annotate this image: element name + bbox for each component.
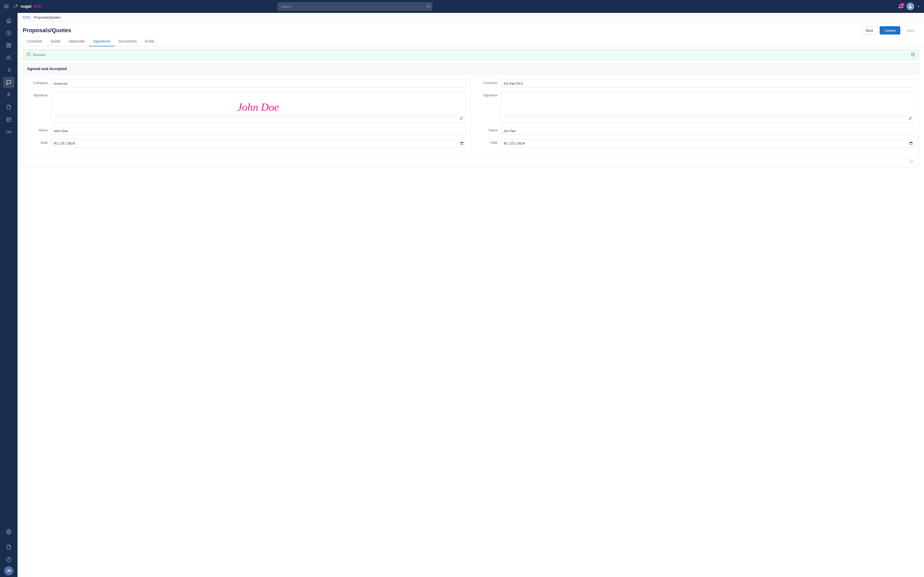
- search-input[interactable]: [278, 2, 432, 11]
- svg-point-15: [7, 56, 9, 58]
- user-avatar-sidebar[interactable]: JB: [4, 566, 13, 575]
- sidebar-item-chat[interactable]: [3, 77, 15, 88]
- section-settings-icon[interactable]: [908, 158, 914, 165]
- left-signature-field-row: Signature John Doe: [27, 92, 465, 122]
- collapse-panel-button[interactable]: ‹: [33, 34, 39, 40]
- save-button[interactable]: Save: [902, 26, 919, 34]
- svg-point-22: [8, 93, 10, 95]
- agreed-accepted-section: Agreed and Accepted Company Si: [23, 63, 919, 167]
- validate-button[interactable]: Validate: [880, 26, 900, 34]
- left-signature-label: Signature: [27, 92, 48, 97]
- left-date-label: Date: [27, 139, 48, 145]
- right-signature-edit-icon[interactable]: [908, 116, 912, 121]
- tab-quote[interactable]: Quote: [47, 37, 65, 47]
- tab-documents[interactable]: Documents: [115, 37, 141, 47]
- tab-signatures[interactable]: Signatures: [89, 37, 115, 47]
- svg-point-6: [427, 5, 429, 7]
- sidebar-item-home[interactable]: [3, 15, 15, 26]
- sidebar-item-contact[interactable]: [3, 89, 15, 100]
- tab-approvals[interactable]: Approvals: [65, 37, 89, 47]
- sidebar-item-add[interactable]: [3, 27, 15, 39]
- right-signature-box[interactable]: [501, 92, 914, 122]
- sidebar-item-grid[interactable]: [3, 40, 15, 51]
- page-title: Proposals/Quotes: [23, 27, 71, 34]
- company-input[interactable]: [51, 79, 465, 88]
- app-name-crm: crm: [34, 4, 41, 9]
- left-signature-underline: [53, 115, 457, 116]
- sidebar-item-people[interactable]: [3, 52, 15, 63]
- sidebar-item-doc-bottom[interactable]: [3, 542, 15, 553]
- menu-icon[interactable]: [4, 4, 9, 9]
- right-signature-value: [501, 92, 914, 122]
- left-date-field-row: Date: [27, 139, 465, 147]
- breadcrumb-current: Proposals/Quotes: [34, 15, 61, 19]
- left-name-input[interactable]: [51, 127, 465, 135]
- svg-point-4: [16, 4, 18, 6]
- sidebar-item-help[interactable]: [3, 554, 15, 565]
- right-date-field-row: Date: [477, 139, 914, 147]
- left-signature-value: John Doe: [51, 92, 465, 122]
- svg-rect-14: [9, 46, 11, 47]
- app-logo: sugarcrm: [12, 3, 41, 10]
- content-area: CPQ › Proposals/Quotes Proposals/Quotes …: [18, 13, 924, 577]
- right-name-label: Name: [477, 127, 498, 132]
- topbar-actions: 7 ▼: [898, 3, 920, 10]
- right-form: Customer Signature: [471, 79, 914, 152]
- svg-rect-13: [7, 46, 8, 47]
- sidebar-item-doc1[interactable]: [3, 102, 15, 113]
- sidebar-item-doc2[interactable]: [3, 114, 15, 125]
- company-label: Company: [27, 79, 48, 85]
- svg-point-5: [14, 8, 15, 8]
- notifications-button[interactable]: 7: [898, 4, 903, 9]
- sidebar-nav: [0, 13, 18, 524]
- right-date-input[interactable]: [501, 139, 914, 147]
- breadcrumb-separator: ›: [31, 16, 32, 19]
- svg-rect-11: [7, 44, 8, 45]
- sidebar-bottom: JB: [0, 524, 18, 577]
- success-close-button[interactable]: [911, 52, 915, 57]
- customer-input[interactable]: [501, 79, 914, 88]
- user-avatar-top[interactable]: [906, 3, 914, 10]
- search-icon: [426, 4, 430, 9]
- right-date-label: Date: [477, 139, 498, 145]
- right-signature-label: Signature: [477, 92, 498, 97]
- sidebar-item-list[interactable]: [3, 64, 15, 76]
- page-header: Proposals/Quotes Back Validate Save: [18, 22, 924, 34]
- svg-point-26: [8, 131, 10, 133]
- breadcrumb: CPQ › Proposals/Quotes: [18, 13, 924, 22]
- section-footer: [23, 156, 919, 167]
- left-signature-box[interactable]: John Doe: [51, 92, 465, 122]
- right-signature-field-row: Signature: [477, 92, 914, 122]
- user-menu-chevron[interactable]: ▼: [917, 5, 920, 8]
- notification-badge: 7: [900, 3, 905, 7]
- svg-rect-2: [4, 8, 9, 8]
- left-date-input[interactable]: [51, 139, 465, 147]
- company-field-row: Company: [27, 79, 465, 88]
- success-message: Success: [33, 53, 45, 56]
- topbar: sugarcrm 7 ▼: [0, 0, 924, 13]
- svg-rect-12: [9, 44, 11, 45]
- search-bar: [278, 2, 432, 11]
- app-name-sugar: sugar: [21, 4, 32, 9]
- svg-point-27: [8, 531, 10, 532]
- svg-rect-0: [4, 5, 9, 5]
- svg-rect-1: [4, 6, 9, 7]
- left-name-field-row: Name: [27, 127, 465, 135]
- customer-label: Customer: [477, 79, 498, 85]
- right-name-field-row: Name: [477, 127, 914, 135]
- success-banner: Success: [23, 50, 919, 60]
- left-signature-edit-icon[interactable]: [459, 116, 463, 121]
- section-title: Agreed and Accepted: [23, 63, 919, 74]
- sidebar-item-settings[interactable]: [3, 526, 15, 537]
- header-actions: Back Validate Save: [861, 26, 919, 34]
- left-form: Company Signature John Doe: [27, 79, 471, 152]
- customer-value: [501, 79, 914, 88]
- right-signature-underline: [504, 115, 906, 116]
- left-signature-text: John Doe: [237, 101, 279, 113]
- breadcrumb-cpq[interactable]: CPQ: [23, 15, 30, 19]
- tab-email[interactable]: Email: [141, 37, 158, 47]
- left-name-label: Name: [27, 127, 48, 132]
- back-button[interactable]: Back: [861, 26, 877, 34]
- right-name-input[interactable]: [501, 127, 914, 135]
- sidebar-item-module[interactable]: [3, 126, 15, 137]
